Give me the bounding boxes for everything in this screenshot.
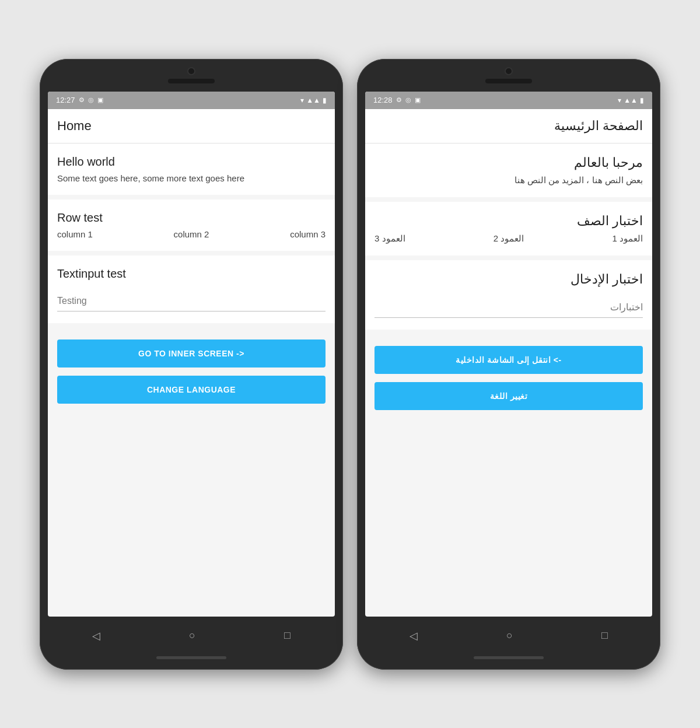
inner-screen-button-rtl[interactable]: انتقل إلى الشاشة الداخلية <- bbox=[374, 346, 643, 374]
app-bar-ltr: Home bbox=[48, 109, 335, 144]
row-section-rtl: اختبار الصف العمود 1 العمود 2 العمود 3 bbox=[365, 202, 652, 256]
phone-rtl: 12:28 ⚙ ◎ ▣ ▾ ▲▲ ▮ الصفحة الرئيسية مرحبا… bbox=[357, 59, 660, 670]
row-section-ltr: Row test column 1 column 2 column 3 bbox=[48, 200, 335, 251]
phones-container: 12:27 ⚙ ◎ ▣ ▾ ▲▲ ▮ Home Hello world Some… bbox=[40, 59, 660, 670]
status-bar-ltr: 12:27 ⚙ ◎ ▣ ▾ ▲▲ ▮ bbox=[48, 92, 335, 109]
text-input-rtl[interactable] bbox=[374, 298, 643, 318]
camera-ltr bbox=[187, 67, 195, 75]
settings-icon-ltr: ⚙ bbox=[79, 96, 85, 104]
lock-icon-ltr: ▣ bbox=[97, 96, 103, 104]
input-title-ltr: Textinput test bbox=[57, 267, 326, 281]
col3-rtl: العمود 3 bbox=[374, 233, 405, 244]
hello-section-ltr: Hello world Some text goes here, some mo… bbox=[48, 144, 335, 195]
nav-bar-rtl: ◁ ○ □ bbox=[365, 621, 652, 650]
status-bar-rtl: 12:28 ⚙ ◎ ▣ ▾ ▲▲ ▮ bbox=[365, 92, 652, 109]
shield-icon-rtl: ◎ bbox=[405, 96, 411, 104]
hello-title-rtl: مرحبا بالعالم bbox=[374, 155, 643, 170]
inner-screen-button-ltr[interactable]: GO TO INNER SCREEN -> bbox=[57, 340, 326, 368]
hello-title-ltr: Hello world bbox=[57, 155, 326, 169]
change-language-button-ltr[interactable]: CHANGE LANGUAGE bbox=[57, 376, 326, 404]
row-columns-ltr: column 1 column 2 column 3 bbox=[57, 229, 326, 239]
nav-bar-ltr: ◁ ○ □ bbox=[48, 621, 335, 650]
hello-section-rtl: مرحبا بالعالم بعض النص هنا ، المزيد من ا… bbox=[365, 144, 652, 197]
status-left-ltr: 12:27 ⚙ ◎ ▣ bbox=[56, 96, 103, 104]
col2-ltr: column 2 bbox=[174, 229, 209, 239]
recents-icon-rtl[interactable]: □ bbox=[601, 629, 608, 642]
back-icon-ltr[interactable]: ◁ bbox=[92, 629, 100, 642]
col3-ltr: column 3 bbox=[290, 229, 326, 239]
text-input-ltr[interactable] bbox=[57, 291, 326, 312]
phone-ltr: 12:27 ⚙ ◎ ▣ ▾ ▲▲ ▮ Home Hello world Some… bbox=[40, 59, 343, 670]
status-right-rtl: ▾ ▲▲ ▮ bbox=[618, 96, 644, 104]
wifi-icon-ltr: ▾ bbox=[300, 96, 304, 104]
row-columns-rtl: العمود 1 العمود 2 العمود 3 bbox=[374, 233, 643, 244]
time-rtl: 12:28 bbox=[373, 96, 393, 104]
buttons-section-ltr: GO TO INNER SCREEN -> CHANGE LANGUAGE bbox=[48, 328, 335, 415]
phone-bottom-rtl: ◁ ○ □ bbox=[365, 621, 652, 662]
time-ltr: 12:27 bbox=[56, 96, 75, 104]
settings-icon-rtl: ⚙ bbox=[396, 96, 402, 104]
phone-bottom-ltr: ◁ ○ □ bbox=[48, 621, 335, 662]
col1-rtl: العمود 1 bbox=[612, 233, 643, 244]
wifi-icon-rtl: ▾ bbox=[618, 96, 621, 104]
back-icon-rtl[interactable]: ◁ bbox=[410, 629, 418, 642]
home-icon-rtl[interactable]: ○ bbox=[506, 629, 513, 642]
input-title-rtl: اختبار الإدخال bbox=[374, 272, 643, 287]
home-indicator-rtl bbox=[474, 656, 544, 659]
speaker-rtl bbox=[485, 79, 532, 83]
recents-icon-ltr[interactable]: □ bbox=[284, 629, 290, 642]
buttons-section-rtl: انتقل إلى الشاشة الداخلية <- تغيير اللغة bbox=[365, 334, 652, 422]
screen-ltr: 12:27 ⚙ ◎ ▣ ▾ ▲▲ ▮ Home Hello world Some… bbox=[48, 92, 335, 617]
hello-text-rtl: بعض النص هنا ، المزيد من النص هنا bbox=[374, 175, 643, 186]
change-language-button-rtl[interactable]: تغيير اللغة bbox=[374, 382, 643, 410]
screen-rtl: 12:28 ⚙ ◎ ▣ ▾ ▲▲ ▮ الصفحة الرئيسية مرحبا… bbox=[365, 92, 652, 617]
phone-top-ltr bbox=[48, 67, 335, 88]
phone-top-rtl bbox=[365, 67, 652, 88]
battery-icon-rtl: ▮ bbox=[640, 96, 644, 104]
home-icon-ltr[interactable]: ○ bbox=[189, 629, 195, 642]
status-left-rtl: 12:28 ⚙ ◎ ▣ bbox=[373, 96, 421, 104]
home-indicator-ltr bbox=[156, 656, 226, 659]
speaker-ltr bbox=[168, 79, 215, 83]
status-right-ltr: ▾ ▲▲ ▮ bbox=[300, 96, 327, 104]
lock-icon-rtl: ▣ bbox=[415, 96, 421, 104]
app-bar-title-ltr: Home bbox=[57, 118, 92, 133]
row-title-rtl: اختبار الصف bbox=[374, 214, 643, 229]
app-bar-rtl: الصفحة الرئيسية bbox=[365, 109, 652, 144]
col2-rtl: العمود 2 bbox=[494, 233, 524, 244]
signal-icon-rtl: ▲▲ bbox=[624, 96, 638, 104]
input-section-rtl: اختبار الإدخال bbox=[365, 260, 652, 330]
hello-text-ltr: Some text goes here, some more text goes… bbox=[57, 173, 326, 183]
signal-icon-ltr: ▲▲ bbox=[306, 96, 320, 104]
shield-icon-ltr: ◎ bbox=[88, 96, 94, 104]
col1-ltr: column 1 bbox=[57, 229, 93, 239]
row-title-ltr: Row test bbox=[57, 211, 326, 225]
input-section-ltr: Textinput test bbox=[48, 256, 335, 323]
app-bar-title-rtl: الصفحة الرئيسية bbox=[554, 118, 643, 133]
camera-rtl bbox=[505, 67, 513, 75]
battery-icon-ltr: ▮ bbox=[323, 96, 327, 104]
